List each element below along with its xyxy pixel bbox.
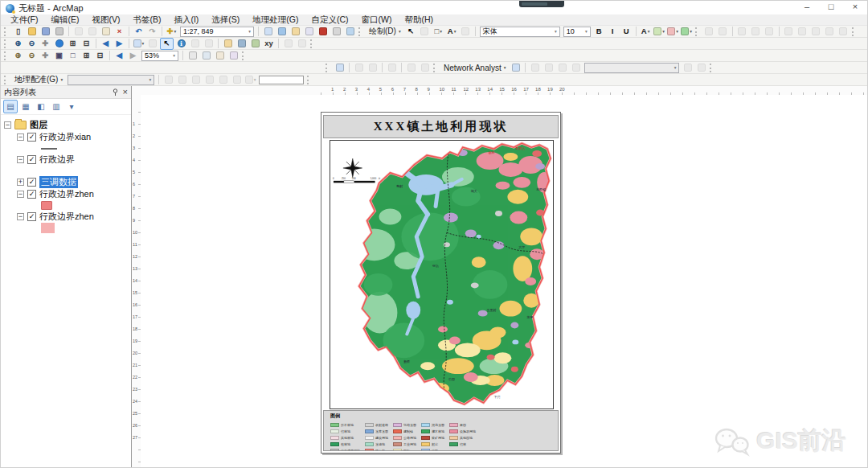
underline-button[interactable]: U [620, 27, 633, 37]
expander-icon[interactable]: − [17, 156, 24, 163]
back-extent-button[interactable]: ◀ [100, 39, 112, 49]
add-data-button[interactable]: ✚▾ [166, 27, 178, 37]
layer-row-1[interactable]: −✓行政边界xian [4, 131, 129, 143]
page-zoom-in-tool[interactable]: ⊕ [12, 51, 24, 61]
landuse-map[interactable]: 02505001,000米 魏村城关张坊五里村新桥龙潭竹园下湾石桥铺大坪杨林夏家… [330, 141, 553, 408]
network-analyst-window-button[interactable] [510, 63, 522, 73]
catalog-window-button[interactable] [289, 27, 301, 37]
font-size-combo[interactable]: 10▾ [563, 27, 591, 37]
forward-extent-button[interactable]: ▶ [113, 39, 125, 49]
identify-tool[interactable]: ℹ [175, 39, 187, 49]
italic-button[interactable]: I [607, 27, 619, 37]
toolbar-grip[interactable] [358, 27, 362, 36]
page-pan-tool[interactable]: ✚ [39, 51, 51, 61]
marker-color-button[interactable]: ▾ [681, 27, 693, 37]
map-scale-combo[interactable]: 1:27, 849▾ [180, 27, 254, 37]
layer-visibility-checkbox[interactable]: ✓ [27, 190, 36, 199]
layer-visibility-checkbox[interactable]: ✓ [27, 212, 36, 221]
paste-button[interactable] [100, 27, 112, 37]
menu-item-6[interactable]: 选择(S) [205, 14, 246, 25]
toolbar-grip[interactable] [852, 27, 856, 36]
toolbar-grip[interactable] [695, 27, 699, 36]
fixed-zoom-out-button[interactable]: ⊟ [80, 39, 92, 49]
python-window-button[interactable] [330, 27, 342, 37]
fixed-zoom-in-button[interactable]: ⊞ [67, 39, 79, 49]
layers-root-label[interactable]: 图层 [30, 119, 47, 131]
toolbar-grip[interactable] [433, 64, 437, 72]
layer-row-4[interactable]: −✓行政边界zhen [4, 188, 129, 200]
zoom-in-tool[interactable]: ⊕ [12, 39, 24, 49]
layout-canvas[interactable]: XXX镇土地利用现状 [141, 95, 867, 468]
measure-tool[interactable] [222, 39, 234, 49]
toolbar-grip[interactable] [4, 51, 8, 60]
toolbar-grip[interactable] [4, 39, 8, 48]
data-driven-pages-button[interactable] [227, 51, 240, 61]
full-extent-button[interactable] [53, 39, 65, 49]
expander-icon[interactable]: − [4, 121, 11, 129]
menu-item-4[interactable]: 书签(B) [126, 14, 167, 25]
print-button[interactable] [53, 27, 65, 37]
line-color-button[interactable]: ▾ [667, 27, 679, 37]
zoom-100-button[interactable]: □ [67, 51, 79, 61]
map-title[interactable]: XXX镇土地利用现状 [323, 115, 559, 138]
save-button[interactable] [39, 27, 51, 37]
menu-item-7[interactable]: 地理处理(G) [246, 14, 305, 25]
menu-item-8[interactable]: 自定义(C) [305, 14, 355, 25]
layer-name[interactable]: 行政边界xian [39, 131, 91, 143]
layer-visibility-checkbox[interactable]: ✓ [27, 178, 36, 187]
layer-symbol-pink-large[interactable] [41, 223, 55, 233]
bold-button[interactable]: B [593, 27, 605, 37]
toolbar-grip[interactable] [326, 64, 330, 72]
menu-item-1[interactable]: 文件(F) [4, 14, 44, 25]
open-button[interactable] [26, 27, 38, 37]
expander-icon[interactable]: − [17, 191, 24, 198]
list-by-drawing-order-button[interactable]: ▤ [3, 100, 18, 113]
menu-item-10[interactable]: 帮助(H) [399, 14, 440, 25]
menu-item-9[interactable]: 窗口(W) [355, 14, 399, 25]
toolbar-grip[interactable] [307, 76, 311, 84]
menu-item-3[interactable]: 视图(V) [85, 14, 126, 25]
maximize-button[interactable]: □ [819, 1, 843, 14]
change-layout-button[interactable] [214, 51, 226, 61]
list-by-visibility-button[interactable]: ◧ [34, 100, 48, 113]
page-zoom-out-tool[interactable]: ⊖ [26, 51, 38, 61]
layer-row-5[interactable]: −✓行政边界zhen [4, 211, 129, 223]
layer-visibility-checkbox[interactable]: ✓ [27, 155, 36, 164]
zoom-whole-page-button[interactable]: ▣ [53, 51, 65, 61]
list-by-source-button[interactable]: ▦ [18, 100, 33, 113]
layer-visibility-checkbox[interactable]: ✓ [27, 133, 36, 142]
pin-icon[interactable] [112, 88, 119, 96]
layer-name[interactable]: 行政边界zhen [39, 188, 94, 200]
layer-name[interactable]: 行政边界zhen [39, 211, 94, 223]
search-window-button[interactable] [303, 27, 315, 37]
legend[interactable]: 图例 乔木林地竹林地其他林地有林地水工建筑用地农村道路水库水面建设用地水浇地裸土… [323, 410, 559, 451]
georeferencing-menu[interactable]: 地理配准(G)▾ [14, 74, 63, 85]
layer-symbol-pink-small[interactable] [41, 201, 52, 210]
font-name-combo[interactable]: 宋体▾ [480, 27, 560, 37]
layer-symbol-row[interactable] [4, 166, 129, 176]
page-fixed-zoom-in-button[interactable]: ⊞ [80, 51, 92, 61]
map-frame[interactable]: 02505001,000米 魏村城关张坊五里村新桥龙潭竹园下湾石桥铺大坪杨林夏家… [330, 140, 554, 409]
zoom-out-tool[interactable]: ⊖ [26, 39, 38, 49]
toolbar-grip[interactable] [4, 76, 8, 84]
layer-name[interactable]: 行政边界 [39, 154, 75, 166]
toc-close-icon[interactable]: × [123, 88, 128, 96]
layer-name[interactable]: 三调数据 [39, 176, 78, 188]
page-back-extent-button[interactable]: ◀ [113, 51, 125, 61]
draw-menu[interactable]: 绘制(D)▾ [369, 26, 401, 37]
toc-root-row[interactable]: −图层 [4, 119, 129, 131]
arctoolbox-button[interactable] [317, 27, 329, 37]
focus-data-frame-button[interactable] [200, 51, 212, 61]
menu-item-5[interactable]: 插入(I) [167, 14, 205, 25]
network-analyst-menu[interactable]: Network Analyst▾ [444, 64, 506, 72]
fill-color-button[interactable]: ▾ [653, 27, 665, 37]
toc-options-button[interactable]: ▾ [64, 100, 79, 113]
layer-symbol-row[interactable] [4, 223, 129, 233]
editor-toolbar-button[interactable] [262, 27, 274, 37]
toolbar-grip[interactable] [242, 51, 246, 60]
toolbar-grip[interactable] [310, 39, 314, 48]
rotation-value-input[interactable] [259, 76, 304, 84]
go-to-xy-button[interactable]: xy [263, 39, 275, 49]
layer-symbol-line[interactable] [41, 148, 57, 150]
font-color-button[interactable]: A▾ [640, 27, 652, 37]
